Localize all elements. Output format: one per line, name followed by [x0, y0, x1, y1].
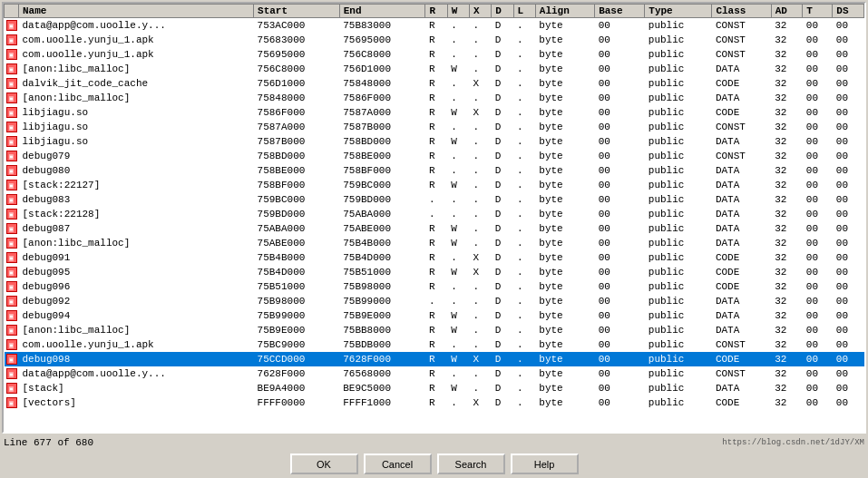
cell-r: R — [425, 163, 447, 178]
table-row[interactable]: ▣libjiagu.so7587A0007587B000R..D.byte00p… — [5, 120, 864, 134]
cell-ad: 32 — [771, 352, 803, 366]
cell-d: D — [492, 18, 513, 34]
cell-d: D — [492, 395, 513, 410]
cell-class: CONST — [712, 47, 771, 62]
cell-l: . — [513, 294, 535, 308]
row-icon-cell: ▣ — [5, 395, 19, 410]
cell-r: R — [425, 381, 447, 395]
table-row[interactable]: ▣[anon:libc_malloc]758480007586F000R..D.… — [5, 91, 864, 105]
cell-w: . — [447, 91, 469, 105]
cell-end: FFFF1000 — [339, 395, 425, 410]
table-row[interactable]: ▣[anon:libc_malloc]75ABE00075B4B000RW.D.… — [5, 236, 864, 250]
table-row[interactable]: ▣debug09675B5100075B98000R..D.byte00publ… — [5, 279, 864, 294]
table-row[interactable]: ▣libjiagu.so7586F0007587A000RWXD.byte00p… — [5, 105, 864, 120]
cell-ds: 00 — [833, 294, 864, 308]
cell-r: R — [425, 308, 447, 323]
cell-end: 75695000 — [339, 33, 425, 47]
cell-t: 00 — [803, 395, 833, 410]
cell-name: [anon:libc_malloc] — [19, 62, 254, 76]
cell-w: . — [447, 250, 469, 265]
cell-ds: 00 — [833, 105, 864, 120]
table-row[interactable]: ▣[vectors]FFFF0000FFFF1000R.XD.byte00pub… — [5, 395, 864, 410]
table-row[interactable]: ▣debug080758BE000758BF000R..D.byte00publ… — [5, 163, 864, 178]
table-row[interactable]: ▣debug083759BC000759BD000...D.byte00publ… — [5, 192, 864, 207]
table-row[interactable]: ▣com.uoolle.yunju_1.apk75BC900075BDB000R… — [5, 337, 864, 352]
cell-align: byte — [535, 149, 594, 163]
row-icon: ▣ — [6, 49, 17, 60]
cell-l: . — [513, 207, 535, 221]
cell-start: 75BC9000 — [254, 337, 340, 352]
search-button[interactable]: Search — [437, 454, 505, 474]
cell-d: D — [492, 250, 513, 265]
cell-l: . — [513, 221, 535, 236]
table-row[interactable]: ▣debug09175B4B00075B4D000R.XD.byte00publ… — [5, 250, 864, 265]
table-row[interactable]: ▣data@app@com.uoolle.y...7628F0007656800… — [5, 366, 864, 381]
cell-type: public — [645, 134, 712, 149]
cell-name: debug098 — [19, 352, 254, 366]
col-name: Name — [19, 5, 254, 18]
cell-t: 00 — [803, 91, 833, 105]
row-icon-cell: ▣ — [5, 18, 19, 34]
cell-class: CODE — [712, 250, 771, 265]
cell-class: CODE — [712, 279, 771, 294]
help-button[interactable]: Help — [511, 454, 579, 474]
row-icon-cell: ▣ — [5, 33, 19, 47]
table-row[interactable]: ▣data@app@com.uoolle.y...753AC00075B8300… — [5, 18, 864, 34]
cell-r: R — [425, 178, 447, 192]
cell-d: D — [492, 47, 513, 62]
cell-type: public — [645, 120, 712, 134]
cell-t: 00 — [803, 163, 833, 178]
table-row[interactable]: ▣debug09575B4D00075B51000RWXD.byte00publ… — [5, 265, 864, 279]
table-row[interactable]: ▣[stack:22127]758BF000759BC000RW.D.byte0… — [5, 178, 864, 192]
table-row[interactable]: ▣[anon:libc_malloc]756C8000756D1000RW.D.… — [5, 62, 864, 76]
table-row[interactable]: ▣debug09275B9800075B99000...D.byte00publ… — [5, 294, 864, 308]
cell-align: byte — [535, 337, 594, 352]
cell-d: D — [492, 221, 513, 236]
cell-x: . — [469, 62, 491, 76]
cell-d: D — [492, 381, 513, 395]
cell-ds: 00 — [833, 381, 864, 395]
col-w: W — [447, 5, 469, 18]
cell-ds: 00 — [833, 192, 864, 207]
table-scroll-area[interactable]: Name Start End R W X D L Align Base Type… — [4, 4, 864, 432]
row-icon-cell: ▣ — [5, 236, 19, 250]
row-icon-cell: ▣ — [5, 105, 19, 120]
table-row[interactable]: ▣[stack:22128]759BD00075ABA000...D.byte0… — [5, 207, 864, 221]
cell-l: . — [513, 395, 535, 410]
ok-button[interactable]: OK — [290, 454, 358, 474]
table-row[interactable]: ▣debug09875CCD0007628F000RWXD.byte00publ… — [5, 352, 864, 366]
cell-end: 75848000 — [339, 76, 425, 91]
cell-t: 00 — [803, 47, 833, 62]
table-row[interactable]: ▣libjiagu.so7587B000758BD000RW.D.byte00p… — [5, 134, 864, 149]
cell-type: public — [645, 265, 712, 279]
cell-align: byte — [535, 265, 594, 279]
table-row[interactable]: ▣dalvik_jit_code_cache756D100075848000R.… — [5, 76, 864, 91]
cell-w: W — [447, 236, 469, 250]
cell-name: [anon:libc_malloc] — [19, 91, 254, 105]
cell-x: . — [469, 221, 491, 236]
cell-d: D — [492, 207, 513, 221]
table-row[interactable]: ▣[anon:libc_malloc]75B9E00075BB8000RW.D.… — [5, 323, 864, 337]
table-row[interactable]: ▣debug08775ABA00075ABE000RW.D.byte00publ… — [5, 221, 864, 236]
cell-align: byte — [535, 294, 594, 308]
row-icon: ▣ — [6, 296, 17, 307]
cell-ad: 32 — [771, 366, 803, 381]
cell-type: public — [645, 337, 712, 352]
cell-class: CONST — [712, 366, 771, 381]
cell-t: 00 — [803, 18, 833, 34]
cell-end: 75B99000 — [339, 294, 425, 308]
cell-ds: 00 — [833, 221, 864, 236]
cell-w: W — [447, 381, 469, 395]
table-row[interactable]: ▣debug09475B9900075B9E000RW.D.byte00publ… — [5, 308, 864, 323]
cell-r: R — [425, 33, 447, 47]
cell-w: . — [447, 18, 469, 34]
cell-ad: 32 — [771, 308, 803, 323]
table-row[interactable]: ▣[stack]BE9A4000BE9C5000RW.D.byte00publi… — [5, 381, 864, 395]
cell-end: 759BC000 — [339, 178, 425, 192]
cancel-button[interactable]: Cancel — [364, 454, 432, 474]
table-row[interactable]: ▣debug079758BD000758BE000R..D.byte00publ… — [5, 149, 864, 163]
table-row[interactable]: ▣com.uoolle.yunju_1.apk7568300075695000R… — [5, 33, 864, 47]
cell-l: . — [513, 337, 535, 352]
col-class: Class — [712, 5, 771, 18]
table-row[interactable]: ▣com.uoolle.yunju_1.apk75695000756C8000R… — [5, 47, 864, 62]
